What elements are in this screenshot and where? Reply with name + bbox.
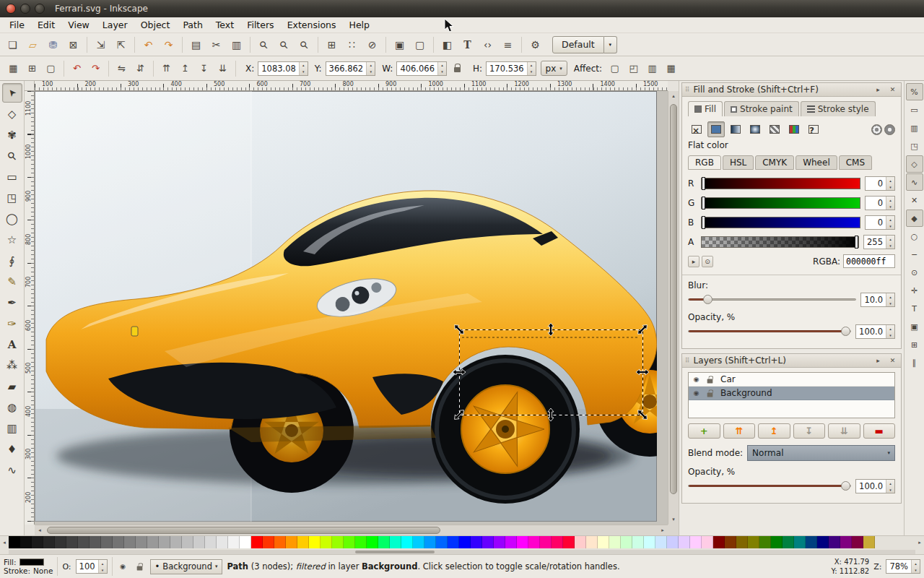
zoom-input[interactable]: 78% — [886, 559, 920, 574]
palette-scrollbar-thumb[interactable] — [355, 551, 435, 553]
color-tab-wheel[interactable]: Wheel — [796, 155, 837, 170]
layer-visibility-toggle[interactable]: ◉ — [690, 387, 702, 400]
new-document-button[interactable]: ❏ — [3, 35, 22, 54]
tool-spray[interactable]: ⁂ — [2, 355, 22, 375]
palette-swatch[interactable] — [817, 536, 829, 548]
palette-swatch[interactable] — [840, 536, 852, 548]
palette-swatch[interactable] — [20, 536, 32, 548]
palette-swatch[interactable] — [332, 536, 344, 548]
slider-handle[interactable] — [702, 197, 705, 210]
menu-help[interactable]: Help — [343, 17, 377, 33]
blue-spinner[interactable] — [886, 216, 894, 229]
palette-swatch[interactable] — [632, 536, 644, 548]
tool-rectangle[interactable]: ▭ — [2, 167, 22, 186]
palette-swatch[interactable] — [863, 536, 875, 548]
tool-star[interactable]: ☆ — [2, 230, 22, 249]
blue-input[interactable]: 0 — [865, 215, 895, 230]
paint-flat-button[interactable] — [707, 121, 725, 137]
tool-dropper[interactable]: ♦ — [2, 439, 22, 459]
palette-swatch[interactable] — [251, 536, 263, 548]
preferences-button[interactable]: ⚙ — [526, 35, 545, 54]
x-input[interactable]: 1083.08 — [258, 61, 308, 76]
cut-button[interactable]: ✂ — [206, 35, 226, 54]
palette-swatch[interactable] — [621, 536, 632, 548]
vertical-scrollbar-thumb[interactable] — [670, 104, 677, 494]
palette-swatch[interactable] — [113, 536, 124, 548]
current-layer-select[interactable]: • Background ▾ — [150, 559, 223, 574]
palette-swatch[interactable] — [575, 536, 586, 548]
palette-swatch[interactable] — [66, 536, 78, 548]
zoom-page-button[interactable]: ⚲ — [295, 35, 314, 54]
tool-pencil[interactable]: ✎ — [2, 272, 22, 291]
export-button[interactable]: ⇱ — [111, 35, 131, 54]
fill-rule-evenodd-button[interactable] — [871, 124, 882, 135]
slider-handle[interactable] — [841, 327, 850, 336]
fill-color-swatch[interactable] — [19, 558, 44, 566]
text-dialog-button[interactable]: T — [458, 35, 477, 54]
fill-stroke-panel-title[interactable]: ⠿ Fill and Stroke (Shift+Ctrl+F) ▸ ✕ — [682, 83, 901, 97]
tool-ellipse[interactable]: ◯ — [2, 209, 22, 228]
snap-paths-button[interactable]: ∿ — [906, 173, 923, 191]
height-input[interactable]: 170.536 — [486, 61, 536, 76]
snap-path-intersections-button[interactable]: ✕ — [906, 191, 923, 209]
palette-swatch[interactable] — [644, 536, 655, 548]
scroll-left-button[interactable] — [35, 525, 45, 535]
palette-swatch[interactable] — [309, 536, 321, 548]
horizontal-scrollbar[interactable] — [35, 525, 668, 535]
paint-unknown-button[interactable]: ? — [805, 121, 822, 137]
xml-editor-button[interactable]: ‹› — [478, 35, 497, 54]
snap-cusp-nodes-button[interactable]: ◆ — [906, 210, 923, 227]
palette-swatch[interactable] — [806, 536, 817, 548]
layer-lower-button[interactable]: ↧ — [793, 423, 826, 439]
color-tab-hsl[interactable]: HSL — [723, 155, 754, 170]
layer-lock-toggle[interactable] — [704, 374, 716, 386]
width-spinner[interactable] — [437, 62, 446, 75]
color-tab-cms[interactable]: CMS — [839, 155, 872, 170]
tool-eraser[interactable]: ▰ — [2, 376, 22, 396]
lower-button[interactable]: ↧ — [195, 59, 213, 77]
scroll-down-button[interactable] — [668, 514, 679, 525]
layer-raise-button[interactable]: ↥ — [758, 423, 790, 439]
palette-swatch[interactable] — [552, 536, 563, 548]
palette-swatch[interactable] — [690, 536, 702, 548]
palette-swatch[interactable] — [655, 536, 667, 548]
canvas[interactable] — [35, 91, 668, 525]
layers-panel-title[interactable]: ⠿ Layers (Shift+Ctrl+L) ▸ ✕ — [682, 354, 901, 368]
red-spinner[interactable] — [886, 177, 894, 190]
blue-slider[interactable] — [701, 217, 860, 228]
paint-radial-gradient-button[interactable] — [746, 121, 764, 137]
slider-handle[interactable] — [703, 295, 712, 304]
affect-pattern-button[interactable]: ▦ — [662, 59, 680, 77]
snap-text-baseline-button[interactable]: T — [906, 300, 923, 317]
menu-text[interactable]: Text — [209, 17, 240, 33]
tool-selector[interactable]: ➤ — [2, 83, 22, 103]
palette-swatch[interactable] — [609, 536, 621, 548]
paste-button[interactable]: ▥ — [227, 35, 246, 54]
palette-swatch[interactable] — [471, 536, 482, 548]
horizontal-scrollbar-thumb[interactable] — [47, 527, 440, 534]
palette-swatch[interactable] — [32, 536, 43, 548]
snap-bbox-edges-button[interactable]: ▥ — [906, 119, 923, 137]
palette-swatch[interactable] — [344, 536, 355, 548]
palette-swatch[interactable] — [321, 536, 332, 548]
palette-swatch[interactable] — [436, 536, 448, 548]
blur-slider[interactable] — [688, 295, 856, 305]
opacity-input[interactable]: 100.0 — [855, 324, 895, 339]
scroll-right-button[interactable] — [658, 525, 668, 535]
paint-linear-gradient-button[interactable] — [727, 121, 744, 137]
palette-swatch[interactable] — [702, 536, 713, 548]
menu-edit[interactable]: Edit — [31, 17, 61, 33]
green-spinner[interactable] — [886, 197, 894, 210]
align-dialog-button[interactable]: ≡ — [498, 35, 518, 54]
alpha-slider[interactable] — [701, 236, 859, 248]
palette-swatch[interactable] — [228, 536, 240, 548]
palette-swatch[interactable] — [771, 536, 783, 548]
panel-dock-button[interactable]: ▸ — [873, 355, 884, 366]
layer-lock-toggle[interactable] — [134, 561, 146, 573]
vertical-scrollbar[interactable] — [668, 91, 679, 525]
zoom-spinner[interactable] — [911, 560, 920, 573]
import-button[interactable]: ⇲ — [91, 35, 110, 54]
palette-swatch[interactable] — [783, 536, 794, 548]
layer-lower-bottom-button[interactable]: ⇊ — [828, 423, 860, 439]
tab-stroke-paint[interactable]: Stroke paint — [724, 101, 799, 116]
